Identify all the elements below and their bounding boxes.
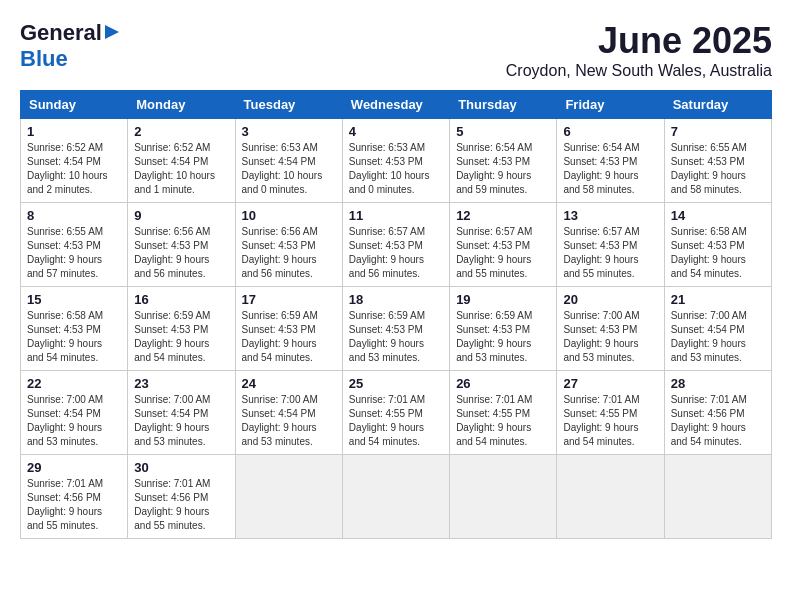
- day-number: 20: [563, 292, 657, 307]
- day-cell-28: 28Sunrise: 7:01 AM Sunset: 4:56 PM Dayli…: [664, 371, 771, 455]
- col-header-thursday: Thursday: [450, 91, 557, 119]
- col-header-tuesday: Tuesday: [235, 91, 342, 119]
- day-cell-19: 19Sunrise: 6:59 AM Sunset: 4:53 PM Dayli…: [450, 287, 557, 371]
- day-cell-27: 27Sunrise: 7:01 AM Sunset: 4:55 PM Dayli…: [557, 371, 664, 455]
- day-info: Sunrise: 6:57 AM Sunset: 4:53 PM Dayligh…: [349, 225, 443, 281]
- day-number: 27: [563, 376, 657, 391]
- day-cell-17: 17Sunrise: 6:59 AM Sunset: 4:53 PM Dayli…: [235, 287, 342, 371]
- day-info: Sunrise: 7:01 AM Sunset: 4:56 PM Dayligh…: [671, 393, 765, 449]
- day-cell-24: 24Sunrise: 7:00 AM Sunset: 4:54 PM Dayli…: [235, 371, 342, 455]
- location: Croydon, New South Wales, Australia: [506, 62, 772, 80]
- calendar-table: SundayMondayTuesdayWednesdayThursdayFrid…: [20, 90, 772, 539]
- day-info: Sunrise: 7:00 AM Sunset: 4:54 PM Dayligh…: [242, 393, 336, 449]
- day-number: 13: [563, 208, 657, 223]
- day-info: Sunrise: 7:01 AM Sunset: 4:55 PM Dayligh…: [563, 393, 657, 449]
- day-cell-29: 29Sunrise: 7:01 AM Sunset: 4:56 PM Dayli…: [21, 455, 128, 539]
- day-cell-21: 21Sunrise: 7:00 AM Sunset: 4:54 PM Dayli…: [664, 287, 771, 371]
- svg-marker-0: [105, 25, 119, 39]
- empty-cell: [235, 455, 342, 539]
- day-info: Sunrise: 7:00 AM Sunset: 4:53 PM Dayligh…: [563, 309, 657, 365]
- day-cell-16: 16Sunrise: 6:59 AM Sunset: 4:53 PM Dayli…: [128, 287, 235, 371]
- day-cell-25: 25Sunrise: 7:01 AM Sunset: 4:55 PM Dayli…: [342, 371, 449, 455]
- day-number: 15: [27, 292, 121, 307]
- logo-arrow-icon: [103, 23, 121, 41]
- day-info: Sunrise: 7:01 AM Sunset: 4:55 PM Dayligh…: [456, 393, 550, 449]
- day-cell-30: 30Sunrise: 7:01 AM Sunset: 4:56 PM Dayli…: [128, 455, 235, 539]
- day-info: Sunrise: 6:57 AM Sunset: 4:53 PM Dayligh…: [563, 225, 657, 281]
- day-cell-11: 11Sunrise: 6:57 AM Sunset: 4:53 PM Dayli…: [342, 203, 449, 287]
- day-number: 30: [134, 460, 228, 475]
- day-number: 26: [456, 376, 550, 391]
- day-info: Sunrise: 6:54 AM Sunset: 4:53 PM Dayligh…: [456, 141, 550, 197]
- day-info: Sunrise: 6:58 AM Sunset: 4:53 PM Dayligh…: [27, 309, 121, 365]
- day-number: 10: [242, 208, 336, 223]
- day-info: Sunrise: 6:55 AM Sunset: 4:53 PM Dayligh…: [671, 141, 765, 197]
- calendar-week-3: 15Sunrise: 6:58 AM Sunset: 4:53 PM Dayli…: [21, 287, 772, 371]
- day-info: Sunrise: 6:55 AM Sunset: 4:53 PM Dayligh…: [27, 225, 121, 281]
- day-cell-23: 23Sunrise: 7:00 AM Sunset: 4:54 PM Dayli…: [128, 371, 235, 455]
- day-number: 25: [349, 376, 443, 391]
- day-cell-18: 18Sunrise: 6:59 AM Sunset: 4:53 PM Dayli…: [342, 287, 449, 371]
- day-cell-2: 2Sunrise: 6:52 AM Sunset: 4:54 PM Daylig…: [128, 119, 235, 203]
- day-info: Sunrise: 7:01 AM Sunset: 4:56 PM Dayligh…: [27, 477, 121, 533]
- col-header-sunday: Sunday: [21, 91, 128, 119]
- month-year: June 2025: [506, 20, 772, 62]
- day-info: Sunrise: 7:00 AM Sunset: 4:54 PM Dayligh…: [671, 309, 765, 365]
- empty-cell: [664, 455, 771, 539]
- day-number: 1: [27, 124, 121, 139]
- day-cell-15: 15Sunrise: 6:58 AM Sunset: 4:53 PM Dayli…: [21, 287, 128, 371]
- day-number: 3: [242, 124, 336, 139]
- day-info: Sunrise: 6:59 AM Sunset: 4:53 PM Dayligh…: [349, 309, 443, 365]
- day-number: 4: [349, 124, 443, 139]
- calendar-header-row: SundayMondayTuesdayWednesdayThursdayFrid…: [21, 91, 772, 119]
- empty-cell: [557, 455, 664, 539]
- day-cell-6: 6Sunrise: 6:54 AM Sunset: 4:53 PM Daylig…: [557, 119, 664, 203]
- day-info: Sunrise: 6:52 AM Sunset: 4:54 PM Dayligh…: [134, 141, 228, 197]
- day-info: Sunrise: 6:54 AM Sunset: 4:53 PM Dayligh…: [563, 141, 657, 197]
- day-number: 28: [671, 376, 765, 391]
- day-number: 2: [134, 124, 228, 139]
- calendar-week-1: 1Sunrise: 6:52 AM Sunset: 4:54 PM Daylig…: [21, 119, 772, 203]
- day-number: 11: [349, 208, 443, 223]
- day-number: 9: [134, 208, 228, 223]
- calendar-week-2: 8Sunrise: 6:55 AM Sunset: 4:53 PM Daylig…: [21, 203, 772, 287]
- calendar-week-4: 22Sunrise: 7:00 AM Sunset: 4:54 PM Dayli…: [21, 371, 772, 455]
- day-info: Sunrise: 6:57 AM Sunset: 4:53 PM Dayligh…: [456, 225, 550, 281]
- day-number: 7: [671, 124, 765, 139]
- day-cell-8: 8Sunrise: 6:55 AM Sunset: 4:53 PM Daylig…: [21, 203, 128, 287]
- logo-blue: Blue: [20, 46, 68, 71]
- day-info: Sunrise: 7:00 AM Sunset: 4:54 PM Dayligh…: [134, 393, 228, 449]
- day-number: 29: [27, 460, 121, 475]
- day-info: Sunrise: 6:59 AM Sunset: 4:53 PM Dayligh…: [134, 309, 228, 365]
- day-info: Sunrise: 6:59 AM Sunset: 4:53 PM Dayligh…: [456, 309, 550, 365]
- day-info: Sunrise: 6:58 AM Sunset: 4:53 PM Dayligh…: [671, 225, 765, 281]
- day-info: Sunrise: 6:56 AM Sunset: 4:53 PM Dayligh…: [242, 225, 336, 281]
- day-info: Sunrise: 7:01 AM Sunset: 4:55 PM Dayligh…: [349, 393, 443, 449]
- day-info: Sunrise: 6:53 AM Sunset: 4:54 PM Dayligh…: [242, 141, 336, 197]
- day-number: 8: [27, 208, 121, 223]
- day-info: Sunrise: 7:01 AM Sunset: 4:56 PM Dayligh…: [134, 477, 228, 533]
- day-number: 23: [134, 376, 228, 391]
- day-cell-12: 12Sunrise: 6:57 AM Sunset: 4:53 PM Dayli…: [450, 203, 557, 287]
- calendar-week-5: 29Sunrise: 7:01 AM Sunset: 4:56 PM Dayli…: [21, 455, 772, 539]
- day-info: Sunrise: 6:59 AM Sunset: 4:53 PM Dayligh…: [242, 309, 336, 365]
- day-number: 24: [242, 376, 336, 391]
- day-cell-14: 14Sunrise: 6:58 AM Sunset: 4:53 PM Dayli…: [664, 203, 771, 287]
- day-number: 16: [134, 292, 228, 307]
- day-cell-3: 3Sunrise: 6:53 AM Sunset: 4:54 PM Daylig…: [235, 119, 342, 203]
- day-number: 17: [242, 292, 336, 307]
- day-number: 14: [671, 208, 765, 223]
- day-cell-22: 22Sunrise: 7:00 AM Sunset: 4:54 PM Dayli…: [21, 371, 128, 455]
- day-cell-13: 13Sunrise: 6:57 AM Sunset: 4:53 PM Dayli…: [557, 203, 664, 287]
- col-header-monday: Monday: [128, 91, 235, 119]
- col-header-wednesday: Wednesday: [342, 91, 449, 119]
- day-cell-20: 20Sunrise: 7:00 AM Sunset: 4:53 PM Dayli…: [557, 287, 664, 371]
- col-header-saturday: Saturday: [664, 91, 771, 119]
- logo-general: General: [20, 20, 102, 46]
- day-number: 5: [456, 124, 550, 139]
- empty-cell: [342, 455, 449, 539]
- day-number: 19: [456, 292, 550, 307]
- col-header-friday: Friday: [557, 91, 664, 119]
- day-number: 18: [349, 292, 443, 307]
- day-cell-4: 4Sunrise: 6:53 AM Sunset: 4:53 PM Daylig…: [342, 119, 449, 203]
